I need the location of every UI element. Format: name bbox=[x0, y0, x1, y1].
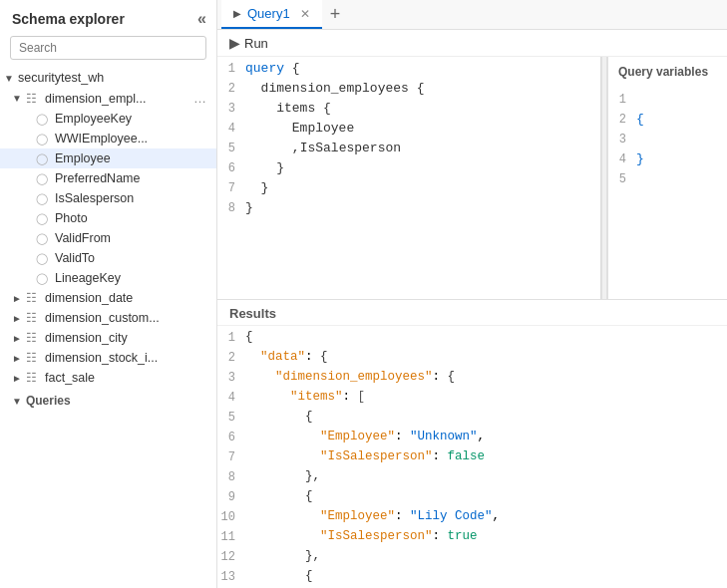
table-dimension-date[interactable]: ► ☷ dimension_date bbox=[0, 288, 216, 308]
db-chevron-icon: ▼ bbox=[4, 73, 18, 84]
column-icon: ◯ bbox=[36, 192, 52, 205]
table-chevron-icon: ▼ bbox=[12, 93, 26, 104]
qv-line-2: 2 { bbox=[608, 109, 727, 129]
sidebar-header: Schema explorer « bbox=[0, 0, 216, 36]
run-icon: ▶ bbox=[229, 35, 240, 51]
table-label: dimension_city bbox=[45, 331, 128, 345]
col-label: PreferredName bbox=[55, 171, 140, 185]
collapse-icon[interactable]: « bbox=[197, 10, 206, 28]
code-line-7: 7 } bbox=[217, 180, 600, 200]
queries-section[interactable]: ▼ Queries bbox=[0, 388, 216, 410]
table-fact-sale[interactable]: ► ☷ fact_sale bbox=[0, 368, 216, 388]
column-icon: ◯ bbox=[36, 232, 52, 245]
table-icon: ☷ bbox=[26, 92, 42, 106]
table-chevron-icon: ► bbox=[12, 333, 26, 344]
query-variables-panel: Query variables 1 2 { 3 4 bbox=[607, 57, 727, 299]
result-line-10: 10 "Employee": "Lily Code", bbox=[217, 509, 727, 529]
code-line-2: 2 dimension_employees { bbox=[217, 81, 600, 101]
tab-query1[interactable]: ▶ Query1 ✕ bbox=[221, 0, 322, 29]
database-label: securitytest_wh bbox=[18, 71, 104, 85]
col-employeekey[interactable]: ◯ EmployeeKey bbox=[0, 109, 216, 129]
col-lineagekey[interactable]: ◯ LineageKey bbox=[0, 268, 216, 288]
editor-toolbar: ▶ Run bbox=[217, 30, 727, 57]
query-variables-title: Query variables bbox=[608, 61, 727, 85]
results-section: Results 1 { 2 "data": { 3 "dimension_emp… bbox=[217, 299, 727, 588]
tab-bar: ▶ Query1 ✕ + bbox=[217, 0, 727, 30]
col-label: WWIEmployee... bbox=[55, 132, 148, 146]
column-icon: ◯ bbox=[36, 133, 52, 146]
code-line-5: 5 ,IsSalesperson bbox=[217, 141, 600, 160]
col-label: ValidTo bbox=[55, 251, 95, 265]
table-label: dimension_stock_i... bbox=[45, 351, 158, 365]
result-line-7: 7 "IsSalesperson": false bbox=[217, 449, 727, 469]
result-line-8: 8 }, bbox=[217, 469, 727, 489]
col-issalesperson[interactable]: ◯ IsSalesperson bbox=[0, 188, 216, 208]
query-variables-editor[interactable]: 1 2 { 3 4 } 5 bbox=[608, 85, 727, 192]
table-dimension-stock[interactable]: ► ☷ dimension_stock_i... bbox=[0, 348, 216, 368]
table-chevron-icon: ► bbox=[12, 293, 26, 304]
result-line-11: 11 "IsSalesperson": true bbox=[217, 529, 727, 549]
code-line-6: 6 } bbox=[217, 160, 600, 180]
run-triangle-small: ▶ bbox=[233, 8, 241, 19]
column-icon: ◯ bbox=[36, 252, 52, 265]
result-line-2: 2 "data": { bbox=[217, 350, 727, 370]
table-icon: ☷ bbox=[26, 311, 42, 325]
result-line-4: 4 "items": [ bbox=[217, 390, 727, 410]
qv-line-3: 3 bbox=[608, 129, 727, 148]
col-label: IsSalesperson bbox=[55, 191, 134, 205]
result-line-3: 3 "dimension_employees": { bbox=[217, 370, 727, 390]
run-button[interactable]: ▶ Run bbox=[229, 35, 268, 51]
editor-section: ▶ Run 1 query { 2 dimension_employees { bbox=[217, 30, 727, 299]
qv-line-4: 4 } bbox=[608, 148, 727, 168]
table-icon: ☷ bbox=[26, 331, 42, 345]
code-line-8: 8 } bbox=[217, 200, 600, 220]
results-code[interactable]: 1 { 2 "data": { 3 "dimension_employees":… bbox=[217, 326, 727, 588]
result-line-12: 12 }, bbox=[217, 549, 727, 569]
database-node[interactable]: ▼ securitytest_wh bbox=[0, 68, 216, 88]
table-label: dimension_custom... bbox=[45, 311, 160, 325]
result-line-13: 13 { bbox=[217, 569, 727, 588]
sidebar-title: Schema explorer bbox=[12, 11, 125, 27]
sidebar: Schema explorer « ▼ securitytest_wh ▼ ☷ … bbox=[0, 0, 217, 588]
results-title: Results bbox=[217, 300, 727, 326]
col-photo[interactable]: ◯ Photo bbox=[0, 208, 216, 228]
code-line-4: 4 Employee bbox=[217, 121, 600, 141]
col-label: ValidFrom bbox=[55, 231, 111, 245]
column-icon: ◯ bbox=[36, 152, 52, 165]
column-icon: ◯ bbox=[36, 113, 52, 126]
table-dimension-city[interactable]: ► ☷ dimension_city bbox=[0, 328, 216, 348]
code-editor[interactable]: 1 query { 2 dimension_employees { 3 item… bbox=[217, 57, 600, 299]
qv-line-5: 5 bbox=[608, 168, 727, 188]
column-icon: ◯ bbox=[36, 172, 52, 185]
col-preferredname[interactable]: ◯ PreferredName bbox=[0, 168, 216, 188]
col-validto[interactable]: ◯ ValidTo bbox=[0, 248, 216, 268]
col-label: LineageKey bbox=[55, 271, 121, 285]
code-line-1: 1 query { bbox=[217, 61, 600, 81]
table-chevron-icon: ► bbox=[12, 353, 26, 364]
col-validfrom[interactable]: ◯ ValidFrom bbox=[0, 228, 216, 248]
column-icon: ◯ bbox=[36, 272, 52, 285]
col-label: EmployeeKey bbox=[55, 112, 132, 126]
table-chevron-icon: ► bbox=[12, 313, 26, 324]
result-line-9: 9 { bbox=[217, 489, 727, 509]
tab-close-icon[interactable]: ✕ bbox=[300, 7, 310, 21]
queries-label: Queries bbox=[26, 394, 71, 408]
col-label: Employee bbox=[55, 151, 111, 165]
queries-chevron-icon: ▼ bbox=[12, 396, 22, 407]
col-employee[interactable]: ◯ Employee bbox=[0, 148, 216, 168]
more-icon[interactable]: … bbox=[193, 91, 212, 106]
table-icon: ☷ bbox=[26, 291, 42, 305]
search-input[interactable] bbox=[10, 36, 206, 60]
table-icon: ☷ bbox=[26, 351, 42, 365]
result-line-5: 5 { bbox=[217, 410, 727, 430]
table-dimension-employees[interactable]: ▼ ☷ dimension_empl... … bbox=[0, 88, 216, 109]
run-label: Run bbox=[244, 36, 268, 51]
code-editor-area: 1 query { 2 dimension_employees { 3 item… bbox=[217, 57, 601, 299]
tab-add-button[interactable]: + bbox=[322, 0, 349, 29]
sidebar-content: ▼ securitytest_wh ▼ ☷ dimension_empl... … bbox=[0, 68, 216, 588]
table-label: dimension_date bbox=[45, 291, 133, 305]
col-label: Photo bbox=[55, 211, 88, 225]
table-label: dimension_empl... bbox=[45, 92, 146, 106]
table-dimension-customer[interactable]: ► ☷ dimension_custom... bbox=[0, 308, 216, 328]
col-wwiemployee[interactable]: ◯ WWIEmployee... bbox=[0, 129, 216, 148]
